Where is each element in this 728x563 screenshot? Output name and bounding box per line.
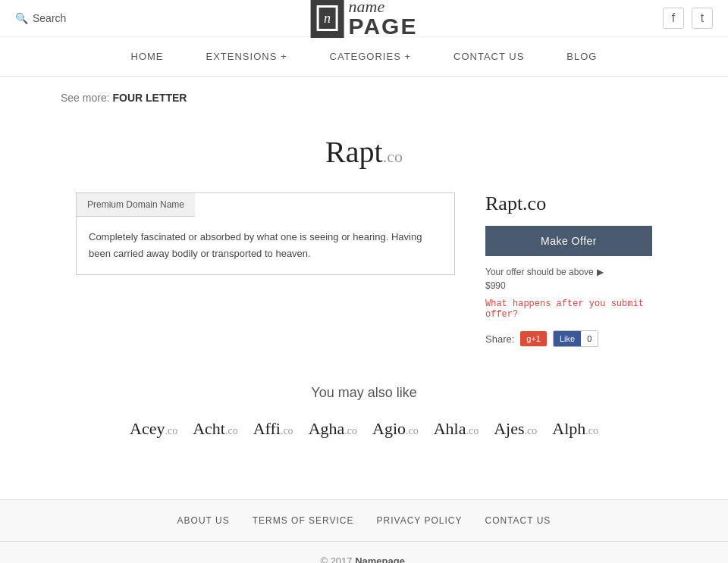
footer-link[interactable]: TERMS OF SERVICE (253, 515, 354, 526)
search-icon: 🔍 (15, 12, 28, 24)
facebook-icon[interactable]: f (663, 8, 684, 29)
domain-suggestion[interactable]: Ajes.co (494, 419, 537, 439)
footer-link[interactable]: CONTACT US (485, 515, 551, 526)
also-like-title: You may also like (76, 385, 652, 401)
domain-description: Completely fascinated or absorbed by wha… (77, 217, 454, 274)
suggestion-name: Agio (372, 419, 406, 438)
suggestion-tld: .co (344, 425, 357, 436)
fb-like-button[interactable]: Like (554, 331, 581, 346)
domain-suggestion[interactable]: Alph.co (552, 419, 598, 439)
suggestion-name: Acht (193, 419, 225, 438)
nav-categories[interactable]: CATEGORIES + (309, 37, 432, 76)
main-nav: HOME EXTENSIONS + CATEGORIES + CONTACT U… (0, 37, 728, 77)
premium-tab: Premium Domain Name (77, 193, 195, 217)
footer-link[interactable]: PRIVACY POLICY (377, 515, 463, 526)
site-header: 🔍 Search name PAGE f t (0, 0, 728, 37)
nav-contact[interactable]: CONTACT US (432, 37, 545, 76)
domain-suggestion[interactable]: Agio.co (372, 419, 419, 439)
offer-panel: Rapt.co Make Offer Your offer should be … (485, 192, 652, 347)
offer-hint-text: Your offer should be above (485, 267, 594, 277)
logo-page: PAGE (349, 15, 418, 38)
social-links: f t (663, 8, 713, 29)
suggestion-name: Ajes (494, 419, 524, 438)
breadcrumb: See more: FOUR LETTER (0, 77, 728, 119)
offer-price: $990 (485, 280, 652, 291)
make-offer-button[interactable]: Make Offer (485, 226, 652, 256)
logo-icon (311, 0, 344, 38)
suggestion-name: Alph (552, 419, 585, 438)
logo-text: name PAGE (349, 0, 418, 38)
search-button[interactable]: 🔍 Search (15, 12, 66, 24)
suggestion-name: Affi (253, 419, 281, 438)
share-label: Share: (485, 333, 514, 345)
footer-copy: © 2017 Namepage. (0, 542, 728, 563)
site-footer: ABOUT USTERMS OF SERVICEPRIVACY POLICYCO… (0, 499, 728, 563)
suggestion-tld: .co (525, 425, 538, 436)
search-label: Search (33, 12, 66, 24)
footer-link[interactable]: ABOUT US (177, 515, 230, 526)
also-like-grid: Acey.coAcht.coAffi.coAgha.coAgio.coAhla.… (76, 419, 652, 439)
suggestion-tld: .co (406, 425, 419, 436)
nav-home[interactable]: HOME (110, 37, 185, 76)
share-row: Share: g+1 Like 0 (485, 330, 652, 347)
nav-blog[interactable]: BLOG (545, 37, 618, 76)
logo-icon-inner (317, 5, 338, 31)
nav-extensions[interactable]: EXTENSIONS + (185, 37, 309, 76)
description-panel: Premium Domain Name Completely fascinate… (76, 192, 455, 275)
suggestion-name: Acey (130, 419, 165, 438)
suggestion-tld: .co (281, 425, 293, 436)
breadcrumb-link[interactable]: FOUR LETTER (112, 92, 187, 104)
brand-link[interactable]: Namepage. (355, 555, 407, 563)
domain-name: Rapt (325, 135, 383, 169)
suggestion-tld: .co (466, 425, 479, 436)
arrow-icon: ▶ (597, 267, 604, 277)
suggestion-tld: .co (165, 425, 177, 436)
domain-suggestion[interactable]: Acht.co (193, 419, 237, 439)
domain-suggestion[interactable]: Agha.co (309, 419, 357, 439)
copyright-year: © 2017 (320, 555, 352, 563)
main-content: Rapt.co Premium Domain Name Completely f… (61, 119, 667, 469)
footer-links: ABOUT USTERMS OF SERVICEPRIVACY POLICYCO… (0, 500, 728, 542)
suggestion-name: Agha (309, 419, 345, 438)
domain-name-display: Rapt.co (485, 192, 652, 215)
suggestion-tld: .co (585, 425, 598, 436)
site-logo[interactable]: name PAGE (311, 0, 418, 38)
fb-count: 0 (581, 331, 598, 346)
offer-hint: Your offer should be above ▶ (485, 267, 652, 277)
domain-title: Rapt.co (76, 134, 652, 170)
domain-tld: .co (383, 147, 403, 166)
also-like-section: You may also like Acey.coAcht.coAffi.coA… (76, 385, 652, 439)
twitter-icon[interactable]: t (692, 8, 713, 29)
domain-suggestion[interactable]: Ahla.co (434, 419, 479, 439)
what-happens-link[interactable]: What happens after you submit offer? (485, 299, 652, 320)
suggestion-tld: .co (225, 425, 238, 436)
content-area: Premium Domain Name Completely fascinate… (76, 192, 652, 347)
gplus-button[interactable]: g+1 (520, 331, 547, 346)
domain-suggestion[interactable]: Affi.co (253, 419, 293, 439)
suggestion-name: Ahla (434, 419, 466, 438)
domain-suggestion[interactable]: Acey.co (130, 419, 177, 439)
see-more-label: See more: (61, 92, 110, 104)
logo-name: name (349, 0, 418, 15)
facebook-share: Like 0 (553, 330, 598, 347)
